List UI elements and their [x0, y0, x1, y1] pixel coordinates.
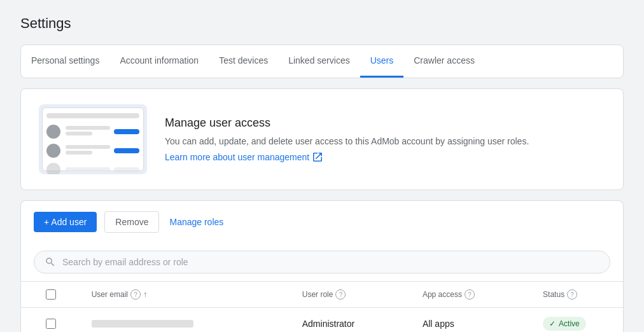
select-all-checkbox[interactable] [46, 289, 56, 300]
tab-personal-settings[interactable]: Personal settings [21, 45, 109, 78]
row1-checkbox[interactable] [46, 319, 56, 329]
status-badge: ✓ Active [543, 317, 586, 331]
add-user-button[interactable]: + Add user [34, 212, 97, 232]
tab-users[interactable]: Users [360, 45, 404, 78]
manage-roles-button[interactable]: Manage roles [167, 212, 226, 232]
check-icon: ✓ [549, 319, 556, 328]
row1-email [81, 308, 292, 333]
search-bar-wrapper [20, 243, 624, 282]
row1-email-placeholder [92, 320, 193, 328]
th-app-access: App access ? [412, 282, 533, 308]
row1-status: ✓ Active [533, 308, 623, 333]
table-header-row: User email ? ↑ User role ? App acc [21, 282, 623, 308]
email-help-icon[interactable]: ? [130, 289, 141, 300]
status-help-icon[interactable]: ? [567, 289, 577, 300]
role-help-icon[interactable]: ? [335, 289, 346, 300]
users-table-container: User email ? ↑ User role ? App acc [20, 282, 624, 332]
external-link-icon [313, 153, 322, 162]
th-status: Status ? [533, 282, 623, 308]
row1-role: Administrator [292, 308, 412, 333]
search-icon [45, 256, 56, 268]
banner-illustration [39, 104, 147, 174]
learn-more-link[interactable]: Learn more about user management [165, 152, 322, 162]
row1-checkbox-cell[interactable] [21, 308, 81, 333]
remove-button[interactable]: Remove [104, 211, 159, 233]
banner-text: Manage user access You can add, update, … [165, 116, 529, 162]
th-user-role: User role ? [292, 282, 412, 308]
users-table: User email ? ↑ User role ? App acc [21, 282, 623, 332]
tab-account-information[interactable]: Account information [109, 45, 209, 78]
manage-user-access-banner: Manage user access You can add, update, … [20, 88, 624, 190]
search-bar [34, 251, 610, 273]
th-user-email: User email ? ↑ [81, 282, 292, 308]
row1-access: All apps [412, 308, 533, 333]
table-row: Administrator All apps ✓ Active [21, 308, 623, 333]
banner-heading: Manage user access [165, 116, 529, 130]
tab-linked-services[interactable]: Linked services [278, 45, 360, 78]
tab-crawler-access[interactable]: Crawler access [403, 45, 485, 78]
email-sort-icon[interactable]: ↑ [143, 290, 147, 299]
search-input[interactable] [62, 257, 599, 267]
th-select-all[interactable] [21, 282, 81, 308]
tab-test-devices[interactable]: Test devices [209, 45, 278, 78]
access-help-icon[interactable]: ? [465, 289, 475, 300]
users-toolbar: + Add user Remove Manage roles [20, 200, 624, 243]
banner-description: You can add, update, and delete user acc… [165, 135, 529, 148]
page-title: Settings [20, 15, 624, 32]
